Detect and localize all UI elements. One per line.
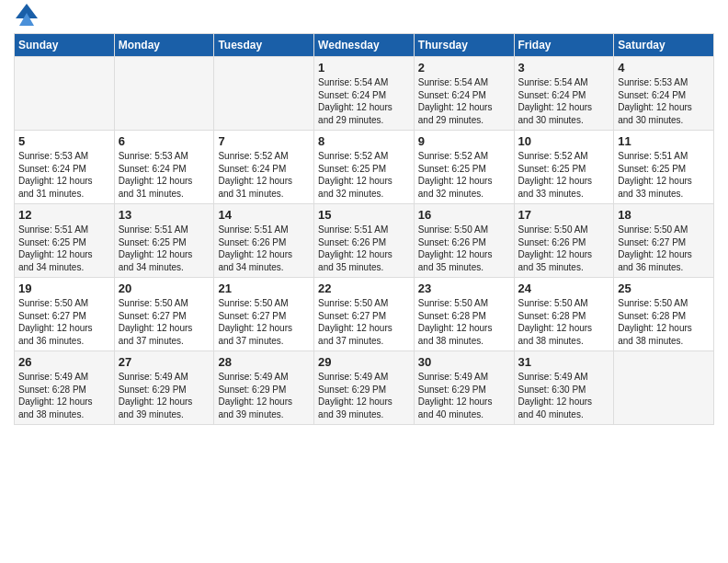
col-header-sunday: Sunday bbox=[15, 34, 115, 57]
day-info: Sunrise: 5:53 AM Sunset: 6:24 PM Dayligh… bbox=[618, 76, 710, 126]
day-info: Sunrise: 5:53 AM Sunset: 6:24 PM Dayligh… bbox=[18, 150, 110, 200]
day-cell-31: 31Sunrise: 5:49 AM Sunset: 6:30 PM Dayli… bbox=[514, 351, 614, 425]
day-number: 23 bbox=[418, 282, 510, 295]
day-number: 12 bbox=[18, 208, 110, 222]
day-number: 28 bbox=[218, 355, 310, 369]
day-info: Sunrise: 5:49 AM Sunset: 6:28 PM Dayligh… bbox=[18, 371, 110, 420]
day-cell-8: 8Sunrise: 5:52 AM Sunset: 6:25 PM Daylig… bbox=[314, 131, 415, 204]
logo-icon bbox=[16, 4, 38, 26]
day-info: Sunrise: 5:52 AM Sunset: 6:25 PM Dayligh… bbox=[518, 150, 610, 200]
day-cell-27: 27Sunrise: 5:49 AM Sunset: 6:29 PM Dayli… bbox=[114, 351, 214, 425]
col-header-thursday: Thursday bbox=[414, 34, 514, 57]
day-number: 30 bbox=[418, 355, 510, 369]
day-info: Sunrise: 5:49 AM Sunset: 6:29 PM Dayligh… bbox=[318, 371, 410, 420]
day-number: 15 bbox=[318, 208, 410, 222]
day-info: Sunrise: 5:49 AM Sunset: 6:29 PM Dayligh… bbox=[119, 371, 210, 420]
day-number: 19 bbox=[18, 282, 110, 295]
day-info: Sunrise: 5:49 AM Sunset: 6:29 PM Dayligh… bbox=[418, 371, 510, 420]
day-cell-18: 18Sunrise: 5:50 AM Sunset: 6:27 PM Dayli… bbox=[614, 204, 714, 278]
day-number: 1 bbox=[318, 61, 410, 75]
col-header-wednesday: Wednesday bbox=[314, 34, 415, 57]
header bbox=[14, 9, 714, 26]
day-number: 17 bbox=[518, 208, 610, 222]
day-number: 13 bbox=[119, 208, 210, 222]
day-number: 14 bbox=[218, 208, 310, 222]
week-row-2: 12Sunrise: 5:51 AM Sunset: 6:25 PM Dayli… bbox=[15, 204, 714, 278]
day-number: 9 bbox=[418, 134, 510, 148]
day-cell-3: 3Sunrise: 5:54 AM Sunset: 6:24 PM Daylig… bbox=[514, 57, 614, 131]
day-number: 25 bbox=[618, 282, 710, 295]
day-cell-13: 13Sunrise: 5:51 AM Sunset: 6:25 PM Dayli… bbox=[114, 204, 214, 278]
day-number: 10 bbox=[518, 134, 610, 148]
day-info: Sunrise: 5:49 AM Sunset: 6:30 PM Dayligh… bbox=[518, 371, 610, 420]
day-number: 8 bbox=[318, 134, 410, 148]
day-number: 21 bbox=[218, 282, 310, 295]
day-number: 2 bbox=[418, 61, 510, 75]
day-number: 31 bbox=[518, 355, 610, 369]
calendar-header-row: SundayMondayTuesdayWednesdayThursdayFrid… bbox=[15, 34, 714, 57]
week-row-1: 5Sunrise: 5:53 AM Sunset: 6:24 PM Daylig… bbox=[15, 131, 714, 204]
day-info: Sunrise: 5:50 AM Sunset: 6:27 PM Dayligh… bbox=[318, 297, 410, 347]
day-cell-23: 23Sunrise: 5:50 AM Sunset: 6:28 PM Dayli… bbox=[414, 278, 514, 351]
day-number: 18 bbox=[618, 208, 710, 222]
day-info: Sunrise: 5:51 AM Sunset: 6:25 PM Dayligh… bbox=[618, 150, 710, 200]
day-info: Sunrise: 5:50 AM Sunset: 6:28 PM Dayligh… bbox=[418, 297, 510, 347]
day-number: 26 bbox=[18, 355, 110, 369]
day-info: Sunrise: 5:50 AM Sunset: 6:28 PM Dayligh… bbox=[518, 297, 610, 347]
day-info: Sunrise: 5:53 AM Sunset: 6:24 PM Dayligh… bbox=[119, 150, 210, 200]
day-info: Sunrise: 5:50 AM Sunset: 6:28 PM Dayligh… bbox=[618, 297, 710, 347]
day-number: 6 bbox=[119, 134, 210, 148]
day-cell-26: 26Sunrise: 5:49 AM Sunset: 6:28 PM Dayli… bbox=[15, 351, 115, 425]
day-cell-5: 5Sunrise: 5:53 AM Sunset: 6:24 PM Daylig… bbox=[15, 131, 115, 204]
day-number: 4 bbox=[618, 61, 710, 75]
day-number: 22 bbox=[318, 282, 410, 295]
day-info: Sunrise: 5:50 AM Sunset: 6:27 PM Dayligh… bbox=[18, 297, 110, 347]
day-info: Sunrise: 5:51 AM Sunset: 6:26 PM Dayligh… bbox=[318, 224, 410, 273]
day-cell-11: 11Sunrise: 5:51 AM Sunset: 6:25 PM Dayli… bbox=[614, 131, 714, 204]
logo bbox=[14, 13, 38, 26]
day-number: 29 bbox=[318, 355, 410, 369]
day-cell-14: 14Sunrise: 5:51 AM Sunset: 6:26 PM Dayli… bbox=[214, 204, 314, 278]
day-cell-7: 7Sunrise: 5:52 AM Sunset: 6:24 PM Daylig… bbox=[214, 131, 314, 204]
day-info: Sunrise: 5:51 AM Sunset: 6:26 PM Dayligh… bbox=[218, 224, 310, 273]
day-number: 24 bbox=[518, 282, 610, 295]
day-info: Sunrise: 5:54 AM Sunset: 6:24 PM Dayligh… bbox=[418, 76, 510, 126]
col-header-saturday: Saturday bbox=[614, 34, 714, 57]
day-number: 20 bbox=[119, 282, 210, 295]
day-info: Sunrise: 5:52 AM Sunset: 6:25 PM Dayligh… bbox=[418, 150, 510, 200]
col-header-monday: Monday bbox=[114, 34, 214, 57]
day-cell-28: 28Sunrise: 5:49 AM Sunset: 6:29 PM Dayli… bbox=[214, 351, 314, 425]
day-number: 16 bbox=[418, 208, 510, 222]
day-cell-empty bbox=[614, 351, 714, 425]
day-cell-9: 9Sunrise: 5:52 AM Sunset: 6:25 PM Daylig… bbox=[414, 131, 514, 204]
day-cell-19: 19Sunrise: 5:50 AM Sunset: 6:27 PM Dayli… bbox=[15, 278, 115, 351]
day-number: 7 bbox=[218, 134, 310, 148]
day-info: Sunrise: 5:52 AM Sunset: 6:24 PM Dayligh… bbox=[218, 150, 310, 200]
day-info: Sunrise: 5:54 AM Sunset: 6:24 PM Dayligh… bbox=[518, 76, 610, 126]
day-number: 5 bbox=[18, 134, 110, 148]
day-info: Sunrise: 5:50 AM Sunset: 6:26 PM Dayligh… bbox=[518, 224, 610, 273]
day-info: Sunrise: 5:54 AM Sunset: 6:24 PM Dayligh… bbox=[318, 76, 410, 126]
day-number: 27 bbox=[119, 355, 210, 369]
day-cell-10: 10Sunrise: 5:52 AM Sunset: 6:25 PM Dayli… bbox=[514, 131, 614, 204]
day-cell-25: 25Sunrise: 5:50 AM Sunset: 6:28 PM Dayli… bbox=[614, 278, 714, 351]
day-cell-15: 15Sunrise: 5:51 AM Sunset: 6:26 PM Dayli… bbox=[314, 204, 415, 278]
week-row-0: 1Sunrise: 5:54 AM Sunset: 6:24 PM Daylig… bbox=[15, 57, 714, 131]
day-number: 3 bbox=[518, 61, 610, 75]
page: SundayMondayTuesdayWednesdayThursdayFrid… bbox=[0, 0, 728, 563]
day-info: Sunrise: 5:50 AM Sunset: 6:27 PM Dayligh… bbox=[218, 297, 310, 347]
day-cell-21: 21Sunrise: 5:50 AM Sunset: 6:27 PM Dayli… bbox=[214, 278, 314, 351]
col-header-friday: Friday bbox=[514, 34, 614, 57]
day-info: Sunrise: 5:50 AM Sunset: 6:27 PM Dayligh… bbox=[119, 297, 210, 347]
day-info: Sunrise: 5:50 AM Sunset: 6:26 PM Dayligh… bbox=[418, 224, 510, 273]
day-info: Sunrise: 5:52 AM Sunset: 6:25 PM Dayligh… bbox=[318, 150, 410, 200]
day-info: Sunrise: 5:51 AM Sunset: 6:25 PM Dayligh… bbox=[119, 224, 210, 273]
day-cell-empty bbox=[15, 57, 115, 131]
day-cell-6: 6Sunrise: 5:53 AM Sunset: 6:24 PM Daylig… bbox=[114, 131, 214, 204]
day-info: Sunrise: 5:51 AM Sunset: 6:25 PM Dayligh… bbox=[18, 224, 110, 273]
week-row-4: 26Sunrise: 5:49 AM Sunset: 6:28 PM Dayli… bbox=[15, 351, 714, 425]
day-cell-24: 24Sunrise: 5:50 AM Sunset: 6:28 PM Dayli… bbox=[514, 278, 614, 351]
day-info: Sunrise: 5:50 AM Sunset: 6:27 PM Dayligh… bbox=[618, 224, 710, 273]
day-number: 11 bbox=[618, 134, 710, 148]
day-cell-empty bbox=[214, 57, 314, 131]
